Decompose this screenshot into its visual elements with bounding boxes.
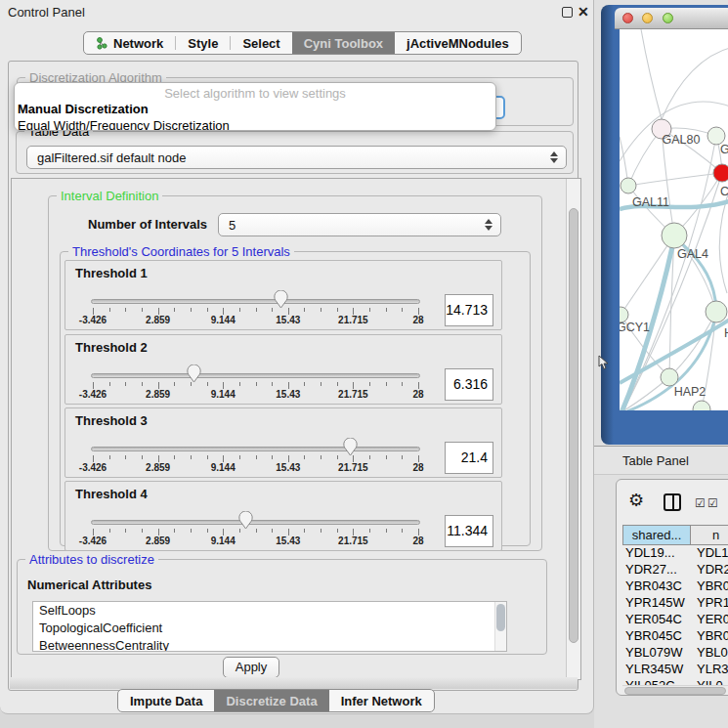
popup-option-equal-width-frequency[interactable]: Equal Width/Frequency Discretization bbox=[15, 117, 495, 131]
tab-cyni-toolbox[interactable]: Cyni Toolbox bbox=[292, 32, 395, 54]
slider-track[interactable] bbox=[91, 373, 420, 378]
slider-tick-label: 28 bbox=[394, 389, 443, 400]
threshold-value-field[interactable]: 11.344 bbox=[445, 515, 493, 547]
column-header-name[interactable]: n bbox=[691, 525, 728, 545]
close-icon[interactable]: ✕ bbox=[578, 4, 589, 20]
checkbox-icon[interactable]: ☑ bbox=[707, 496, 718, 510]
network-node[interactable] bbox=[713, 164, 728, 182]
cell-name[interactable]: YDR2 bbox=[691, 562, 728, 577]
network-node-label: GAL80 bbox=[663, 133, 701, 147]
cell-name[interactable]: YER0 bbox=[691, 612, 728, 626]
tab-impute-data[interactable]: Impute Data bbox=[118, 690, 214, 711]
network-canvas[interactable]: GAL80GCGAL11GAL4GCY1HHAP2 bbox=[620, 29, 728, 410]
horizontal-scrollbar[interactable] bbox=[622, 685, 728, 695]
slider-track[interactable] bbox=[91, 520, 420, 525]
checkbox-icon[interactable]: ☑ bbox=[695, 496, 706, 510]
zoom-light-icon[interactable] bbox=[663, 13, 673, 23]
algorithm-dropdown-popup: Select algorithm to view settings Manual… bbox=[14, 82, 496, 131]
table-row[interactable]: YDR27...YDR2 bbox=[622, 562, 728, 578]
horizontal-scrollbar-thumb[interactable] bbox=[624, 687, 726, 695]
close-light-icon[interactable] bbox=[622, 13, 633, 23]
network-nodes: GAL80GCGAL11GAL4GCY1HHAP2 bbox=[620, 119, 728, 410]
float-window-icon[interactable] bbox=[562, 7, 573, 18]
slider-track[interactable] bbox=[91, 299, 420, 304]
list-scrollbar[interactable] bbox=[494, 602, 506, 651]
network-window-titlebar[interactable] bbox=[615, 8, 728, 29]
tab-style[interactable]: Style bbox=[176, 32, 230, 54]
network-node[interactable] bbox=[621, 178, 636, 193]
slider-tick bbox=[207, 529, 208, 533]
network-node[interactable] bbox=[662, 223, 687, 248]
vertical-scrollbar[interactable] bbox=[566, 179, 580, 679]
table-panel: ⚙ ☑ ☑ shared... n YDL19...YDL1YDR27...YD… bbox=[616, 479, 728, 696]
cell-shared-name[interactable]: YBR045C bbox=[622, 628, 691, 643]
cell-shared-name[interactable]: YIL052C bbox=[622, 678, 691, 685]
cell-shared-name[interactable]: YDL19... bbox=[622, 545, 691, 560]
cell-name[interactable]: YDL1 bbox=[691, 545, 728, 560]
slider-thumb[interactable] bbox=[187, 364, 201, 383]
cell-name[interactable]: YBL0 bbox=[691, 645, 728, 660]
numerical-attributes-list[interactable]: SelfLoops TopologicalCoefficient Between… bbox=[32, 601, 507, 652]
gear-icon[interactable]: ⚙ bbox=[628, 490, 644, 511]
slider-thumb[interactable] bbox=[343, 438, 358, 456]
cell-shared-name[interactable]: YER054C bbox=[622, 612, 691, 626]
popup-option-manual-discretization[interactable]: Manual Discretization bbox=[15, 101, 495, 117]
cell-name[interactable]: YPR1 bbox=[691, 595, 728, 610]
network-node[interactable] bbox=[693, 401, 710, 410]
slider-tick-label: -3.426 bbox=[68, 462, 117, 473]
slider-tick bbox=[191, 308, 192, 312]
threshold-value-field[interactable]: 21.4 bbox=[445, 442, 493, 474]
table-row[interactable]: YDL19...YDL1 bbox=[622, 545, 728, 562]
slider-tick bbox=[386, 308, 387, 312]
table-row[interactable]: YER054CYER0 bbox=[622, 612, 728, 628]
network-icon bbox=[96, 37, 107, 50]
slider-tick bbox=[142, 382, 143, 386]
tab-discretize-data[interactable]: Discretize Data bbox=[214, 690, 328, 711]
list-item[interactable]: TopologicalCoefficient bbox=[33, 620, 506, 637]
table-row[interactable]: YPR145WYPR1 bbox=[622, 595, 728, 612]
network-node-label: GCY1 bbox=[620, 321, 650, 334]
network-view-window[interactable]: GAL80GCGAL11GAL4GCY1HHAP2 bbox=[601, 5, 728, 445]
slider-tick bbox=[256, 455, 257, 459]
network-edges bbox=[620, 29, 728, 410]
number-of-intervals-spinner[interactable]: 5 bbox=[218, 213, 501, 236]
slider-track[interactable] bbox=[91, 447, 420, 451]
slider-tick-label: 9.144 bbox=[198, 535, 247, 546]
cell-shared-name[interactable]: YLR345W bbox=[622, 662, 691, 676]
minimize-light-icon[interactable] bbox=[642, 13, 653, 23]
threshold-value-field[interactable]: 14.713 bbox=[445, 294, 493, 326]
number-of-intervals-value: 5 bbox=[219, 218, 485, 233]
cell-shared-name[interactable]: YBR043C bbox=[622, 578, 691, 593]
threshold-value-field[interactable]: 6.316 bbox=[445, 368, 493, 401]
network-node[interactable] bbox=[706, 301, 727, 322]
cell-name[interactable]: YIL0 bbox=[691, 678, 723, 685]
cell-shared-name[interactable]: YPR145W bbox=[622, 595, 691, 610]
list-scrollbar-thumb[interactable] bbox=[496, 604, 505, 631]
cell-shared-name[interactable]: YDR27... bbox=[622, 562, 691, 577]
apply-button[interactable]: Apply bbox=[223, 657, 279, 678]
list-item[interactable]: BetweennessCentrality bbox=[33, 637, 506, 652]
vertical-scrollbar-thumb[interactable] bbox=[569, 208, 578, 643]
table-row[interactable]: YIL052CYIL0 bbox=[622, 678, 728, 685]
slider-tick bbox=[386, 382, 387, 386]
table-row[interactable]: YBR045CYBR0 bbox=[622, 628, 728, 645]
attributes-to-discretize-group: Attributes to discretize Numerical Attri… bbox=[17, 559, 547, 655]
tab-network[interactable]: Network bbox=[84, 32, 175, 54]
split-columns-icon[interactable] bbox=[664, 493, 681, 511]
table-row[interactable]: YLR345WYLR3 bbox=[622, 662, 728, 678]
list-item[interactable]: SelfLoops bbox=[33, 602, 506, 620]
table-row[interactable]: YBR043CYBR0 bbox=[622, 578, 728, 595]
tab-select[interactable]: Select bbox=[231, 32, 291, 54]
column-header-shared-name[interactable]: shared... bbox=[622, 525, 691, 545]
cell-name[interactable]: YBR0 bbox=[691, 628, 728, 643]
table-data-combo[interactable]: galFiltered.sif default node bbox=[26, 146, 567, 169]
network-node[interactable] bbox=[661, 368, 678, 386]
cell-shared-name[interactable]: YBL079W bbox=[622, 645, 691, 660]
table-row[interactable]: YBL079WYBL0 bbox=[622, 645, 728, 662]
cell-name[interactable]: YBR0 bbox=[691, 578, 728, 593]
slider-thumb[interactable] bbox=[274, 290, 288, 309]
tab-jactivemnodules[interactable]: jActiveMNodules bbox=[395, 32, 521, 54]
cell-name[interactable]: YLR3 bbox=[691, 662, 728, 676]
slider-thumb[interactable] bbox=[238, 511, 253, 530]
tab-infer-network[interactable]: Infer Network bbox=[329, 690, 434, 711]
